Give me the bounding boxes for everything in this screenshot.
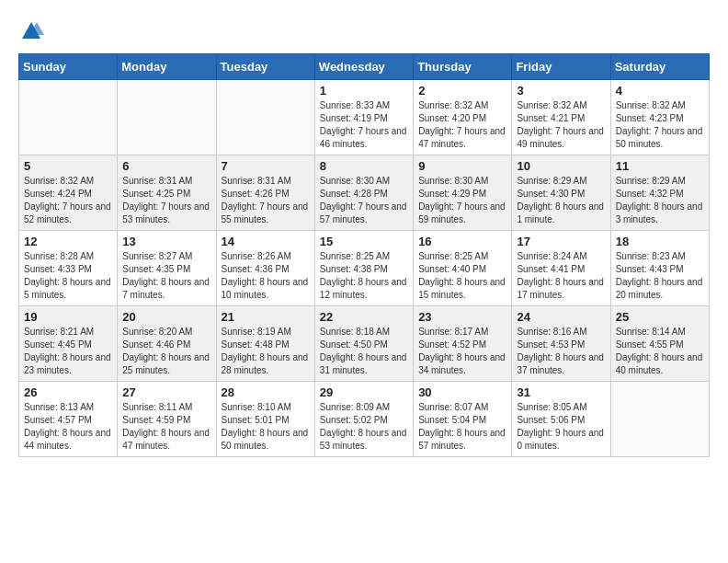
calendar-day-cell: 3Sunrise: 8:32 AMSunset: 4:21 PMDaylight… xyxy=(512,80,610,155)
day-info: Sunrise: 8:27 AMSunset: 4:35 PMDaylight:… xyxy=(122,250,210,302)
calendar-day-cell: 20Sunrise: 8:20 AMSunset: 4:46 PMDayligh… xyxy=(118,306,216,382)
calendar-week-row: 19Sunrise: 8:21 AMSunset: 4:45 PMDayligh… xyxy=(19,306,710,382)
calendar-day-cell: 22Sunrise: 8:18 AMSunset: 4:50 PMDayligh… xyxy=(314,306,413,382)
day-number: 15 xyxy=(320,235,408,248)
day-info: Sunrise: 8:25 AMSunset: 4:40 PMDaylight:… xyxy=(418,250,506,302)
day-info: Sunrise: 8:13 AMSunset: 4:57 PMDaylight:… xyxy=(24,401,112,453)
calendar-day-cell: 31Sunrise: 8:05 AMSunset: 5:06 PMDayligh… xyxy=(512,382,610,457)
day-info: Sunrise: 8:30 AMSunset: 4:28 PMDaylight:… xyxy=(320,175,408,226)
calendar-day-cell: 4Sunrise: 8:32 AMSunset: 4:23 PMDaylight… xyxy=(610,80,709,155)
calendar-header-row: SundayMondayTuesdayWednesdayThursdayFrid… xyxy=(19,54,710,80)
calendar-day-cell: 1Sunrise: 8:33 AMSunset: 4:19 PMDaylight… xyxy=(314,80,413,155)
day-info: Sunrise: 8:16 AMSunset: 4:53 PMDaylight:… xyxy=(517,326,605,377)
day-number: 2 xyxy=(418,84,506,98)
day-number: 21 xyxy=(222,310,310,324)
day-number: 16 xyxy=(418,235,506,248)
calendar-day-cell: 19Sunrise: 8:21 AMSunset: 4:45 PMDayligh… xyxy=(19,306,118,382)
calendar-day-cell: 17Sunrise: 8:24 AMSunset: 4:41 PMDayligh… xyxy=(512,231,610,306)
day-info: Sunrise: 8:11 AMSunset: 4:59 PMDaylight:… xyxy=(122,401,210,453)
day-number: 7 xyxy=(222,159,310,173)
calendar-day-cell: 8Sunrise: 8:30 AMSunset: 4:28 PMDaylight… xyxy=(314,155,413,231)
day-info: Sunrise: 8:21 AMSunset: 4:45 PMDaylight:… xyxy=(24,326,112,377)
day-number: 25 xyxy=(616,310,704,324)
calendar-day-cell: 10Sunrise: 8:29 AMSunset: 4:30 PMDayligh… xyxy=(512,155,610,231)
day-number: 3 xyxy=(517,84,605,98)
day-info: Sunrise: 8:20 AMSunset: 4:46 PMDaylight:… xyxy=(122,326,210,377)
day-info: Sunrise: 8:31 AMSunset: 4:26 PMDaylight:… xyxy=(222,175,310,226)
calendar-day-cell: 23Sunrise: 8:17 AMSunset: 4:52 PMDayligh… xyxy=(414,306,512,382)
calendar-day-cell: 9Sunrise: 8:30 AMSunset: 4:29 PMDaylight… xyxy=(414,155,512,231)
calendar-day-cell: 14Sunrise: 8:26 AMSunset: 4:36 PMDayligh… xyxy=(216,231,314,306)
day-info: Sunrise: 8:30 AMSunset: 4:29 PMDaylight:… xyxy=(418,175,506,226)
calendar-day-cell xyxy=(19,80,118,155)
day-number: 9 xyxy=(418,159,506,173)
calendar-day-cell: 11Sunrise: 8:29 AMSunset: 4:32 PMDayligh… xyxy=(610,155,709,231)
calendar-day-cell: 30Sunrise: 8:07 AMSunset: 5:04 PMDayligh… xyxy=(414,382,512,457)
day-info: Sunrise: 8:32 AMSunset: 4:24 PMDaylight:… xyxy=(24,175,112,226)
day-header: Friday xyxy=(512,54,610,80)
day-number: 20 xyxy=(122,310,210,324)
day-info: Sunrise: 8:32 AMSunset: 4:20 PMDaylight:… xyxy=(418,99,506,151)
calendar-day-cell: 25Sunrise: 8:14 AMSunset: 4:55 PMDayligh… xyxy=(610,306,709,382)
day-header: Wednesday xyxy=(314,54,413,80)
calendar-day-cell: 2Sunrise: 8:32 AMSunset: 4:20 PMDaylight… xyxy=(414,80,512,155)
calendar-day-cell: 13Sunrise: 8:27 AMSunset: 4:35 PMDayligh… xyxy=(118,231,216,306)
calendar-day-cell: 29Sunrise: 8:09 AMSunset: 5:02 PMDayligh… xyxy=(314,382,413,457)
logo-icon xyxy=(18,18,44,44)
day-number: 29 xyxy=(320,385,408,399)
day-info: Sunrise: 8:26 AMSunset: 4:36 PMDaylight:… xyxy=(222,250,310,302)
day-info: Sunrise: 8:07 AMSunset: 5:04 PMDaylight:… xyxy=(418,401,506,453)
calendar-table: SundayMondayTuesdayWednesdayThursdayFrid… xyxy=(18,53,710,457)
day-number: 5 xyxy=(24,159,112,173)
day-number: 11 xyxy=(616,159,704,173)
day-number: 13 xyxy=(122,235,210,248)
day-info: Sunrise: 8:32 AMSunset: 4:21 PMDaylight:… xyxy=(517,99,605,151)
day-number: 28 xyxy=(222,385,310,399)
day-number: 17 xyxy=(517,235,605,248)
calendar-day-cell: 15Sunrise: 8:25 AMSunset: 4:38 PMDayligh… xyxy=(314,231,413,306)
day-number: 12 xyxy=(24,235,112,248)
day-number: 30 xyxy=(418,385,506,399)
day-number: 24 xyxy=(517,310,605,324)
day-number: 27 xyxy=(122,385,210,399)
day-info: Sunrise: 8:19 AMSunset: 4:48 PMDaylight:… xyxy=(222,326,310,377)
day-header: Tuesday xyxy=(216,54,314,80)
calendar-week-row: 26Sunrise: 8:13 AMSunset: 4:57 PMDayligh… xyxy=(19,382,710,457)
day-info: Sunrise: 8:29 AMSunset: 4:32 PMDaylight:… xyxy=(616,175,704,226)
logo xyxy=(18,18,48,44)
day-number: 22 xyxy=(320,310,408,324)
calendar-day-cell: 7Sunrise: 8:31 AMSunset: 4:26 PMDaylight… xyxy=(216,155,314,231)
calendar-week-row: 1Sunrise: 8:33 AMSunset: 4:19 PMDaylight… xyxy=(19,80,710,155)
calendar-day-cell xyxy=(118,80,216,155)
calendar-day-cell: 26Sunrise: 8:13 AMSunset: 4:57 PMDayligh… xyxy=(19,382,118,457)
calendar-week-row: 12Sunrise: 8:28 AMSunset: 4:33 PMDayligh… xyxy=(19,231,710,306)
day-number: 10 xyxy=(517,159,605,173)
day-number: 26 xyxy=(24,385,112,399)
day-info: Sunrise: 8:24 AMSunset: 4:41 PMDaylight:… xyxy=(517,250,605,302)
day-info: Sunrise: 8:09 AMSunset: 5:02 PMDaylight:… xyxy=(320,401,408,453)
day-number: 1 xyxy=(320,84,408,98)
day-number: 18 xyxy=(616,235,704,248)
day-info: Sunrise: 8:23 AMSunset: 4:43 PMDaylight:… xyxy=(616,250,704,302)
calendar-day-cell xyxy=(216,80,314,155)
day-info: Sunrise: 8:18 AMSunset: 4:50 PMDaylight:… xyxy=(320,326,408,377)
calendar-day-cell: 6Sunrise: 8:31 AMSunset: 4:25 PMDaylight… xyxy=(118,155,216,231)
page-header xyxy=(18,18,710,44)
day-info: Sunrise: 8:25 AMSunset: 4:38 PMDaylight:… xyxy=(320,250,408,302)
day-header: Saturday xyxy=(610,54,709,80)
calendar-day-cell: 28Sunrise: 8:10 AMSunset: 5:01 PMDayligh… xyxy=(216,382,314,457)
calendar-day-cell: 21Sunrise: 8:19 AMSunset: 4:48 PMDayligh… xyxy=(216,306,314,382)
day-number: 14 xyxy=(222,235,310,248)
calendar-day-cell: 18Sunrise: 8:23 AMSunset: 4:43 PMDayligh… xyxy=(610,231,709,306)
calendar-day-cell xyxy=(610,382,709,457)
day-header: Monday xyxy=(118,54,216,80)
day-number: 4 xyxy=(616,84,704,98)
day-number: 23 xyxy=(418,310,506,324)
calendar-day-cell: 27Sunrise: 8:11 AMSunset: 4:59 PMDayligh… xyxy=(118,382,216,457)
day-info: Sunrise: 8:28 AMSunset: 4:33 PMDaylight:… xyxy=(24,250,112,302)
calendar-week-row: 5Sunrise: 8:32 AMSunset: 4:24 PMDaylight… xyxy=(19,155,710,231)
day-info: Sunrise: 8:17 AMSunset: 4:52 PMDaylight:… xyxy=(418,326,506,377)
day-info: Sunrise: 8:32 AMSunset: 4:23 PMDaylight:… xyxy=(616,99,704,151)
day-info: Sunrise: 8:31 AMSunset: 4:25 PMDaylight:… xyxy=(122,175,210,226)
day-info: Sunrise: 8:14 AMSunset: 4:55 PMDaylight:… xyxy=(616,326,704,377)
